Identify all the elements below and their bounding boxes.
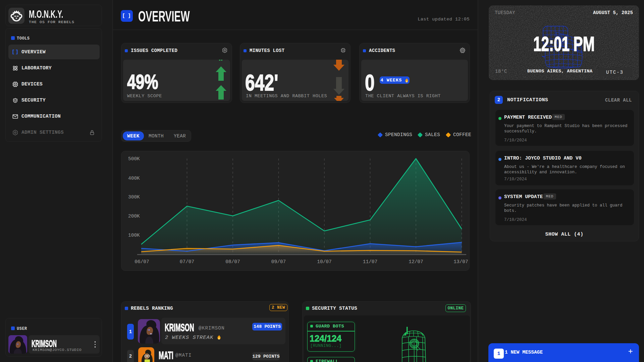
svg-text:12/07: 12/07 bbox=[409, 259, 423, 264]
svg-text:13/07: 13/07 bbox=[453, 259, 468, 264]
svg-text:08/07: 08/07 bbox=[225, 259, 240, 264]
svg-text:400K: 400K bbox=[128, 176, 140, 181]
svg-text:11/07: 11/07 bbox=[363, 259, 378, 264]
svg-text:100K: 100K bbox=[128, 233, 140, 238]
svg-text:10/07: 10/07 bbox=[317, 259, 332, 264]
svg-text:200K: 200K bbox=[128, 214, 140, 219]
svg-text:06/07: 06/07 bbox=[135, 259, 149, 264]
svg-text:09/07: 09/07 bbox=[271, 259, 286, 264]
svg-text:500K: 500K bbox=[128, 156, 140, 162]
svg-text:07/07: 07/07 bbox=[180, 259, 195, 264]
svg-text:300K: 300K bbox=[128, 194, 140, 200]
